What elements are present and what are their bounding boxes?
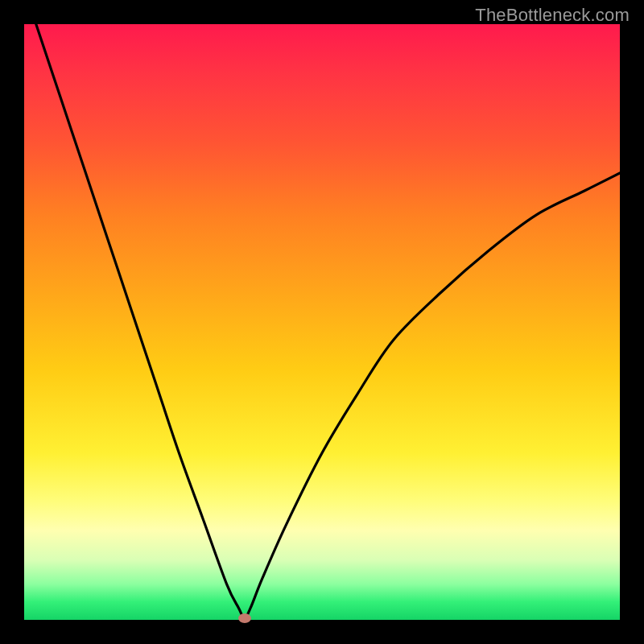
curve-svg <box>24 24 620 620</box>
minimum-marker <box>238 613 251 623</box>
watermark-text: TheBottleneck.com <box>475 5 630 26</box>
plot-area <box>24 24 620 620</box>
chart-frame: TheBottleneck.com <box>0 0 644 644</box>
bottleneck-curve-path <box>36 24 620 618</box>
